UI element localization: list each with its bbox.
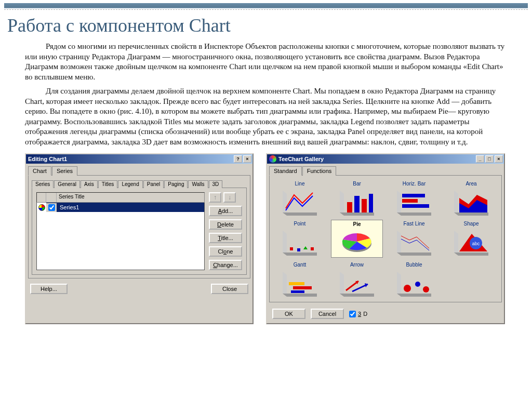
point-chart-icon bbox=[280, 228, 320, 256]
svg-marker-9 bbox=[397, 212, 431, 216]
gallery-tabs: Standard Functions bbox=[267, 164, 504, 175]
series-name: Series1 bbox=[57, 203, 204, 211]
fast-line-icon bbox=[394, 228, 434, 256]
svg-marker-13 bbox=[454, 191, 458, 216]
col-check bbox=[46, 193, 57, 202]
delete-button[interactable]: Delete bbox=[209, 219, 242, 230]
series-header: Series Title bbox=[36, 192, 205, 203]
titlebar[interactable]: Editing Chart1 ? × bbox=[26, 154, 252, 164]
series-row[interactable]: Series1 bbox=[37, 203, 204, 212]
gallery-arrow[interactable]: Arrow bbox=[331, 261, 383, 298]
bubble-icon bbox=[394, 269, 434, 297]
svg-marker-25 bbox=[397, 231, 401, 256]
close-icon[interactable]: × bbox=[495, 155, 503, 163]
change-button[interactable]: Change... bbox=[209, 260, 242, 270]
svg-marker-21 bbox=[303, 246, 308, 249]
gallery-pie[interactable]: Pie bbox=[331, 220, 383, 258]
gallery-horiz-bar[interactable]: Horiz. Bar bbox=[388, 180, 440, 217]
svg-rect-35 bbox=[293, 286, 312, 289]
gallery-footer: OK Cancel 3D bbox=[267, 304, 504, 323]
svg-rect-20 bbox=[297, 248, 300, 251]
svg-marker-43 bbox=[397, 272, 401, 297]
gallery-bubble[interactable]: Bubble bbox=[388, 261, 440, 298]
minimize-icon[interactable]: _ bbox=[476, 155, 484, 163]
gallery-area[interactable]: Area bbox=[445, 180, 497, 217]
help-icon[interactable]: ? bbox=[234, 155, 242, 163]
pie-icon bbox=[37, 203, 46, 212]
paragraph-2: Для создания диаграммы делаем двойной ще… bbox=[25, 86, 511, 147]
maximize-icon[interactable]: □ bbox=[485, 155, 494, 163]
tab-titles[interactable]: Titles bbox=[98, 180, 118, 188]
tab-3d[interactable]: 3D bbox=[209, 180, 223, 188]
gallery-point[interactable]: Point bbox=[274, 220, 326, 258]
close-button[interactable]: Close bbox=[211, 284, 248, 294]
line-chart-icon bbox=[280, 188, 320, 216]
gallery-gantt[interactable]: Gantt bbox=[274, 261, 326, 298]
gallery-line[interactable]: Line bbox=[274, 180, 326, 217]
svg-rect-22 bbox=[311, 247, 314, 250]
col-title: Series Title bbox=[57, 193, 204, 202]
window-title: TeeChart Gallery bbox=[278, 156, 475, 162]
dialog-footer: Help... Close bbox=[26, 281, 252, 298]
series-checkbox[interactable] bbox=[46, 203, 57, 212]
help-button[interactable]: Help... bbox=[30, 284, 68, 294]
gantt-icon bbox=[280, 269, 320, 297]
tab-series[interactable]: Series bbox=[52, 166, 77, 176]
header-stripe bbox=[4, 3, 528, 8]
gallery-shape[interactable]: Shape abc bbox=[445, 220, 497, 258]
side-buttons: ↑ ↓ Add... Delete Title... Clone Change.… bbox=[209, 192, 242, 270]
close-icon[interactable]: × bbox=[243, 155, 251, 163]
tab-axis[interactable]: Axis bbox=[81, 180, 98, 188]
titlebar[interactable]: TeeChart Gallery _ □ × bbox=[267, 154, 504, 164]
page-title: Работа с компонентом Chart bbox=[7, 15, 532, 36]
3d-checkbox[interactable]: 3D bbox=[349, 311, 367, 317]
cancel-button[interactable]: Cancel bbox=[311, 309, 344, 319]
tab-paging[interactable]: Paging bbox=[164, 180, 188, 188]
title-button[interactable]: Title... bbox=[209, 233, 242, 243]
arrow-icon bbox=[337, 269, 377, 297]
svg-rect-36 bbox=[291, 290, 304, 293]
gallery-fast-line[interactable]: Fast Line bbox=[388, 220, 440, 258]
outer-tab-panel: Series General Axis Titles Legend Panel … bbox=[28, 175, 250, 278]
col-icon bbox=[37, 193, 46, 202]
svg-rect-4 bbox=[347, 202, 352, 212]
svg-rect-5 bbox=[354, 196, 360, 212]
teechart-gallery-dialog: TeeChart Gallery _ □ × Standard Function… bbox=[266, 153, 505, 324]
tab-series-inner[interactable]: Series bbox=[32, 180, 54, 188]
svg-marker-32 bbox=[283, 272, 287, 297]
tab-walls[interactable]: Walls bbox=[188, 180, 208, 188]
svg-rect-34 bbox=[289, 282, 304, 285]
svg-marker-0 bbox=[283, 191, 287, 216]
svg-rect-10 bbox=[402, 194, 425, 197]
ok-button[interactable]: OK bbox=[272, 309, 305, 319]
inner-tabs: Series General Axis Titles Legend Panel … bbox=[32, 180, 247, 188]
tab-general[interactable]: General bbox=[54, 180, 80, 188]
tab-legend[interactable]: Legend bbox=[118, 180, 142, 188]
gallery-panel: Line Bar Horiz. Bar Area Point bbox=[269, 175, 502, 302]
svg-marker-14 bbox=[454, 212, 488, 216]
svg-marker-38 bbox=[340, 294, 374, 297]
svg-marker-17 bbox=[283, 231, 287, 256]
svg-rect-6 bbox=[362, 199, 367, 212]
move-down-button[interactable]: ↓ bbox=[223, 192, 236, 203]
add-button[interactable]: Add... bbox=[209, 206, 242, 216]
svg-rect-11 bbox=[402, 199, 418, 203]
tab-standard[interactable]: Standard bbox=[269, 166, 302, 176]
svg-marker-8 bbox=[397, 191, 401, 216]
gallery-bar[interactable]: Bar bbox=[331, 180, 383, 217]
svg-marker-2 bbox=[340, 191, 344, 216]
svg-marker-44 bbox=[397, 294, 431, 297]
move-up-button[interactable]: ↑ bbox=[209, 192, 221, 203]
bar-chart-icon bbox=[337, 188, 377, 216]
series-list: Series Title Series1 bbox=[36, 192, 205, 270]
svg-rect-7 bbox=[369, 194, 373, 212]
tab-chart[interactable]: Chart bbox=[28, 166, 51, 176]
tab-functions[interactable]: Functions bbox=[302, 166, 337, 176]
horiz-bar-icon bbox=[394, 188, 434, 216]
tab-panel[interactable]: Panel bbox=[143, 180, 164, 188]
shape-icon: abc bbox=[451, 228, 491, 256]
divider bbox=[4, 9, 528, 10]
svg-rect-19 bbox=[290, 247, 293, 250]
clone-button[interactable]: Clone bbox=[209, 246, 242, 257]
app-icon bbox=[269, 155, 276, 163]
